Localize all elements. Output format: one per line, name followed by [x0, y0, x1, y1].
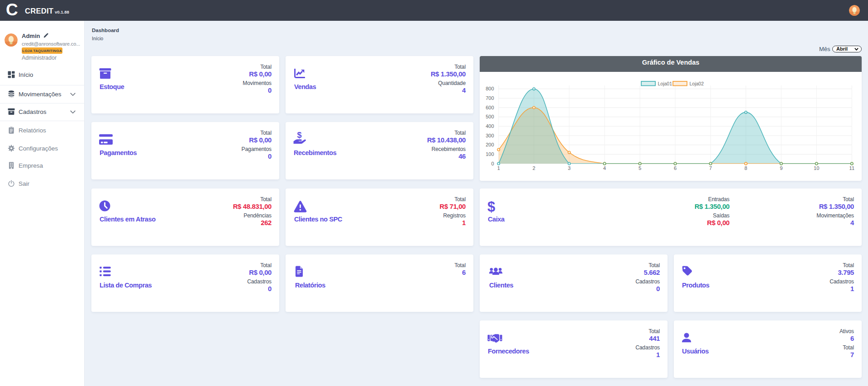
svg-text:3: 3: [568, 165, 571, 171]
svg-text:200: 200: [486, 142, 494, 147]
svg-text:1: 1: [497, 165, 500, 171]
svg-text:8: 8: [744, 165, 747, 171]
svg-text:300: 300: [486, 133, 494, 138]
svg-text:7: 7: [709, 165, 712, 171]
svg-text:$: $: [297, 132, 301, 140]
svg-text:400: 400: [486, 123, 494, 129]
svg-text:Loja01: Loja01: [658, 81, 672, 86]
svg-text:600: 600: [486, 105, 494, 110]
svg-text:11: 11: [849, 165, 854, 171]
svg-text:800: 800: [486, 86, 494, 91]
svg-text:9: 9: [780, 165, 782, 171]
svg-text:0: 0: [491, 161, 494, 166]
svg-text:Gráfico de Vendas: Gráfico de Vendas: [642, 59, 700, 66]
svg-text:500: 500: [486, 114, 494, 119]
svg-text:5: 5: [639, 165, 641, 171]
svg-text:4: 4: [603, 165, 606, 171]
svg-text:700: 700: [486, 95, 494, 101]
svg-text:2: 2: [533, 165, 535, 171]
svg-text:6: 6: [674, 165, 677, 171]
svg-text:100: 100: [486, 151, 494, 157]
svg-text:10: 10: [814, 165, 819, 171]
svg-text:Loja02: Loja02: [690, 81, 704, 86]
